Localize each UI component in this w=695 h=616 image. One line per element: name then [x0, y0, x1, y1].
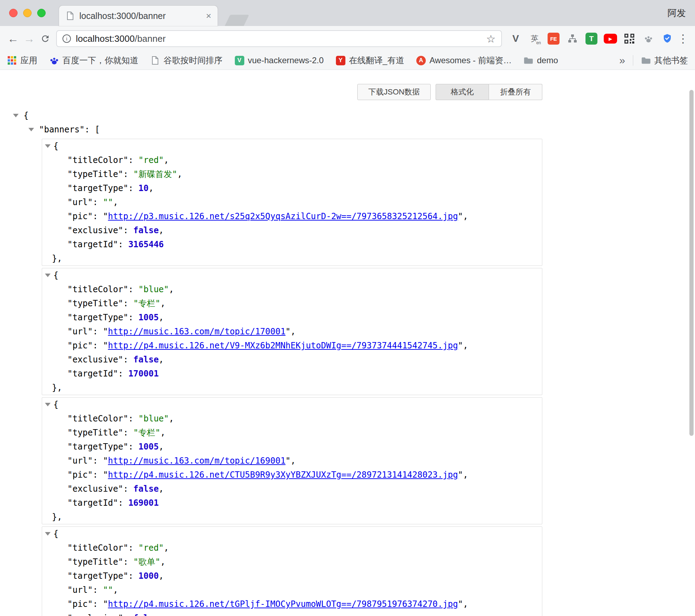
- document-icon: [150, 55, 160, 65]
- download-json-button[interactable]: 下载JSON数据: [357, 84, 431, 100]
- json-link[interactable]: http://p3.music.126.net/s25q2x5QyqsAzilC…: [108, 211, 458, 221]
- browser-menu-button[interactable]: ⋮: [676, 32, 690, 45]
- json-line: "typeTitle": "歌单",: [42, 555, 542, 569]
- bookmark-label: 在线翻译_有道: [349, 55, 404, 66]
- json-line: },: [42, 381, 542, 395]
- close-window-button[interactable]: [9, 9, 18, 17]
- other-bookmarks-label: 其他书签: [654, 55, 688, 66]
- browser-toolbar: ← → i localhost:3000/banner ☆ V 英en FE T…: [0, 26, 695, 51]
- json-line: "targetId": 169001: [42, 496, 542, 510]
- tab-strip: localhost:3000/banner × 阿发: [0, 0, 695, 26]
- scrollbar-thumb[interactable]: [689, 90, 694, 436]
- json-line: "exclusive": false,: [42, 223, 542, 237]
- extension-tampermonkey-icon[interactable]: T: [585, 32, 598, 45]
- minimize-window-button[interactable]: [23, 9, 32, 17]
- json-line: {: [42, 398, 542, 412]
- json-line: "titleColor": "blue",: [42, 282, 542, 296]
- collapse-all-button[interactable]: 折叠所有: [489, 84, 542, 100]
- collapse-toggle-icon[interactable]: [13, 114, 19, 117]
- collapse-toggle-icon[interactable]: [45, 274, 51, 277]
- extension-qrcode-icon[interactable]: [623, 32, 636, 45]
- json-line: "pic": "http://p4.music.126.net/V9-MXz6b…: [42, 339, 542, 353]
- collapse-toggle-icon[interactable]: [45, 532, 51, 536]
- json-tree: {"banners": [{"titleColor": "red","typeT…: [12, 109, 542, 616]
- viewer-actions: 下载JSON数据 格式化 折叠所有: [12, 70, 542, 100]
- collapse-toggle-icon[interactable]: [45, 144, 51, 148]
- bookmark-star-icon[interactable]: ☆: [486, 33, 496, 45]
- json-line: "titleColor": "red",: [42, 541, 542, 555]
- json-line: "exclusive": false,: [42, 482, 542, 496]
- json-line: "exclusive": false,: [42, 611, 542, 616]
- extension-translate-icon[interactable]: 英en: [528, 32, 541, 45]
- bookmark-item[interactable]: demo: [524, 55, 558, 65]
- new-tab-button[interactable]: [225, 15, 249, 26]
- extension-paw-icon[interactable]: [642, 32, 655, 45]
- json-link[interactable]: http://music.163.com/m/topic/169001: [108, 456, 286, 466]
- bookmark-apps[interactable]: 应用: [7, 55, 37, 66]
- json-line: },: [42, 510, 542, 524]
- format-toggle-group: 格式化 折叠所有: [436, 84, 542, 100]
- fullscreen-window-button[interactable]: [37, 9, 46, 17]
- extension-sitemap-icon[interactable]: [566, 32, 579, 45]
- youdao-icon: Y: [336, 55, 345, 65]
- json-line: "targetId": 3165446: [42, 237, 542, 251]
- json-line: "pic": "http://p4.music.126.net/tGPljf-I…: [42, 597, 542, 611]
- collapse-toggle-icon[interactable]: [28, 128, 34, 131]
- json-line: "typeTitle": "新碟首发",: [42, 167, 542, 181]
- bookmark-label: 应用: [20, 55, 37, 66]
- bookmark-label: Awesomes - 前端资…: [429, 55, 511, 66]
- bookmark-item[interactable]: AAwesomes - 前端资…: [416, 55, 511, 66]
- bookmarks-divider: [633, 55, 633, 66]
- bookmarks-bar: 应用 百度一下，你就知道谷歌按时间排序Vvue-hackernews-2.0Y在…: [0, 51, 695, 70]
- bookmark-item[interactable]: 谷歌按时间排序: [150, 55, 223, 66]
- browser-tab[interactable]: localhost:3000/banner ×: [59, 6, 218, 26]
- json-line: "exclusive": false,: [42, 353, 542, 367]
- json-link[interactable]: http://p4.music.126.net/tGPljf-IMOCyPvum…: [108, 599, 458, 609]
- json-line: "url": "http://music.163.com/m/topic/169…: [42, 454, 542, 468]
- reload-button[interactable]: [37, 31, 53, 47]
- other-bookmarks-button[interactable]: 其他书签: [641, 55, 688, 66]
- bookmark-label: 百度一下，你就知道: [62, 55, 138, 66]
- baidu-paw-icon: [49, 55, 59, 65]
- extension-vimium-icon[interactable]: V: [509, 32, 522, 45]
- tab-title: localhost:3000/banner: [79, 11, 203, 21]
- tab-close-icon[interactable]: ×: [206, 11, 211, 20]
- json-line: "targetType": 1005,: [42, 310, 542, 325]
- back-button[interactable]: ←: [5, 31, 21, 47]
- profile-name[interactable]: 阿发: [668, 7, 686, 19]
- extension-fe-icon[interactable]: FE: [547, 32, 560, 45]
- page-info-icon[interactable]: i: [62, 34, 71, 43]
- forward-button[interactable]: →: [21, 31, 37, 47]
- json-line: "banners": [: [12, 123, 542, 137]
- bookmark-label: demo: [537, 55, 558, 65]
- bookmark-item[interactable]: Vvue-hackernews-2.0: [234, 55, 324, 65]
- extension-icons: V 英en FE T ▶: [509, 32, 674, 45]
- folder-icon: [641, 55, 651, 65]
- bookmarks-overflow-area: » 其他书签: [619, 54, 688, 66]
- json-line: "url": "",: [42, 195, 542, 209]
- extension-youtube-icon[interactable]: ▶: [604, 32, 617, 45]
- json-object: {"titleColor": "blue","typeTitle": "专栏",…: [42, 397, 542, 524]
- url-field[interactable]: i localhost:3000/banner ☆: [56, 30, 502, 47]
- content-area: 下载JSON数据 格式化 折叠所有 {"banners": [{"titleCo…: [0, 70, 695, 616]
- json-line: "typeTitle": "专栏",: [42, 296, 542, 310]
- json-link[interactable]: http://p4.music.126.net/V9-MXz6b2MNhEKju…: [108, 341, 458, 350]
- extension-shield-icon[interactable]: [661, 32, 674, 45]
- json-line: "typeTitle": "专栏",: [42, 426, 542, 440]
- collapse-toggle-icon[interactable]: [45, 403, 51, 406]
- window-controls: [0, 9, 46, 17]
- json-line: "url": "http://music.163.com/m/topic/170…: [42, 325, 542, 339]
- json-line: {: [42, 139, 542, 153]
- url-path: /banner: [135, 33, 166, 44]
- json-link[interactable]: http://music.163.com/m/topic/170001: [108, 327, 286, 336]
- page-favicon-icon: [65, 11, 75, 21]
- format-button[interactable]: 格式化: [436, 84, 489, 100]
- url-host: localhost:3000: [76, 33, 135, 44]
- json-line: "pic": "http://p4.music.126.net/CTU5B9R9…: [42, 468, 542, 482]
- json-link[interactable]: http://p4.music.126.net/CTU5B9R9y3XyYBZX…: [108, 470, 458, 480]
- bookmark-item[interactable]: Y在线翻译_有道: [336, 55, 404, 66]
- bookmark-item[interactable]: 百度一下，你就知道: [49, 55, 138, 66]
- vue-icon: V: [234, 55, 244, 65]
- folder-icon: [524, 55, 534, 65]
- bookmarks-overflow-chevron[interactable]: »: [619, 54, 625, 66]
